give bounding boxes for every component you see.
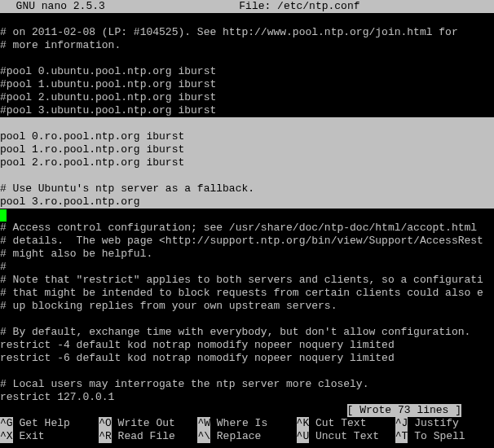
shortcut-row: ^X Exit ^R Read File ^\ Replace ^U Uncut…: [0, 430, 494, 443]
text-line: # up blocking replies from your own upst…: [0, 300, 494, 313]
shortcut-where-is[interactable]: ^W Where Is: [197, 417, 296, 430]
shortcut-justify[interactable]: ^J Justify: [395, 417, 494, 430]
selected-line: pool 2.ro.pool.ntp.org iburst: [0, 156, 494, 169]
app-name: GNU nano 2.5.3: [0, 0, 105, 13]
cursor: [0, 209, 7, 222]
shortcut-row: ^G Get Help ^O Write Out ^W Where Is ^K …: [0, 417, 494, 430]
text-line: # Note that "restrict" applies to both s…: [0, 274, 494, 287]
text-line: # that might be intended to block reques…: [0, 287, 494, 300]
shortcut-cut-text[interactable]: ^K Cut Text: [297, 417, 395, 430]
text-line: restrict -6 default kod notrap nomodify …: [0, 352, 494, 365]
cursor-line: [0, 209, 494, 222]
shortcut-to-spell[interactable]: ^T To Spell: [395, 430, 494, 443]
text-line: restrict 127.0.0.1: [0, 391, 494, 404]
text-line: # Local users may interrogate the ntp se…: [0, 378, 494, 391]
text-line: #pool 1.ubuntu.pool.ntp.org iburst: [0, 78, 494, 91]
text-line: # more information.: [0, 39, 494, 52]
text-line: #pool 2.ubuntu.pool.ntp.org iburst: [0, 91, 494, 104]
selected-line: pool 3.ro.pool.ntp.org: [0, 195, 494, 209]
text-line: restrict -4 default kod notrap nomodify …: [0, 339, 494, 352]
selected-line: pool 1.ro.pool.ntp.org iburst: [0, 143, 494, 156]
text-line: # on 2011-02-08 (LP: #104525). See http:…: [0, 26, 494, 39]
text-line: #pool 3.ubuntu.pool.ntp.org iburst: [0, 104, 494, 117]
selected-blank-line: [0, 117, 494, 130]
shortcut-get-help[interactable]: ^G Get Help: [0, 417, 99, 430]
blank-line: [0, 313, 494, 326]
selected-blank-line: [0, 169, 494, 182]
text-line: # By default, exchange time with everybo…: [0, 326, 494, 339]
shortcut-read-file[interactable]: ^R Read File: [99, 430, 197, 443]
text-line: #: [0, 261, 494, 274]
shortcut-exit[interactable]: ^X Exit: [0, 430, 99, 443]
text-line: # details. The web page <http://support.…: [0, 235, 494, 248]
status-message: [ Wrote 73 lines ]: [347, 404, 461, 417]
shortcut-uncut-text[interactable]: ^U Uncut Text: [297, 430, 395, 443]
titlebar: GNU nano 2.5.3 File: /etc/ntp.conf: [0, 0, 494, 13]
text-line: #pool 0.ubuntu.pool.ntp.org iburst: [0, 65, 494, 78]
text-line: # might also be helpful.: [0, 248, 494, 261]
status-bar: [ Wrote 73 lines ]: [0, 404, 494, 417]
shortcut-replace[interactable]: ^\ Replace: [197, 430, 296, 443]
selected-line: # Use Ubuntu's ntp server as a fallback.: [0, 182, 494, 195]
blank-line: [0, 13, 494, 26]
selected-line: pool 0.ro.pool.ntp.org iburst: [0, 130, 494, 143]
shortcut-write-out[interactable]: ^O Write Out: [99, 417, 197, 430]
blank-line: [0, 52, 494, 65]
shortcut-bar: ^G Get Help ^O Write Out ^W Where Is ^K …: [0, 417, 494, 443]
editor-area[interactable]: # on 2011-02-08 (LP: #104525). See http:…: [0, 13, 494, 404]
text-line: # Access control configuration; see /usr…: [0, 222, 494, 235]
blank-line: [0, 365, 494, 378]
file-name: File: /etc/ntp.conf: [105, 0, 494, 13]
